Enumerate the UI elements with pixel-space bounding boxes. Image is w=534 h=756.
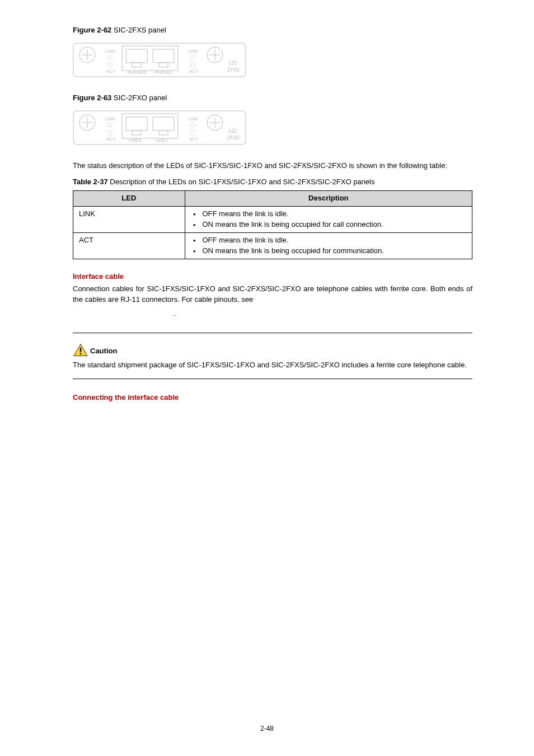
svg-text:LINK: LINK [188,49,198,54]
th-description: Description [185,191,472,207]
svg-rect-50 [80,353,81,354]
th-led: LED [73,191,185,207]
trailing-dot: . [174,309,472,319]
svg-rect-8 [122,46,178,71]
caution-block: Caution The standard shipment package of… [73,333,472,379]
svg-text:PHONE0: PHONE0 [128,70,146,75]
link-bullet-2: ON means the link is being occupied for … [193,220,466,230]
caution-top-rule [73,333,472,333]
svg-point-17 [190,63,195,67]
sic-2fxs-panel-svg: LINK ACT PHONE0 PHONE1 LINK ACT SIC 2FXS [73,43,246,77]
svg-point-30 [107,130,112,135]
svg-point-6 [107,63,112,67]
status-description-text: The status description of the LEDs of SI… [73,161,472,171]
svg-rect-11 [132,63,141,67]
svg-text:ACT: ACT [189,137,198,142]
svg-text:2FXS: 2FXS [227,67,240,73]
table-37-text: Description of the LEDs on SIC-1FXS/SIC-… [110,178,374,186]
caution-label: Caution [90,346,117,357]
led-description-table: LED Description LINK OFF means the link … [73,190,472,259]
figure-63-label: Figure 2-63 [73,94,111,102]
table-37-caption: Table 2-37 Description of the LEDs on SI… [73,177,472,188]
sic-2fxo-panel-svg: LINK ACT LINE0 LINE1 LINK ACT SIC 2FXO [73,110,246,145]
table-row: LINK OFF means the link is idle. ON mean… [73,207,472,233]
svg-text:PHONE1: PHONE1 [154,70,173,75]
warning-icon [73,343,88,357]
figure-63-caption: Figure 2-63 SIC-2FXO panel [73,93,472,104]
svg-text:LINK: LINK [105,116,115,122]
svg-text:LINK: LINK [105,49,115,54]
svg-rect-34 [153,117,174,130]
interface-cable-heading: Interface cable [73,272,472,282]
svg-rect-33 [126,117,147,130]
svg-rect-36 [159,130,168,135]
svg-text:ACT: ACT [189,69,198,74]
link-bullet-1: OFF means the link is idle. [193,209,466,220]
svg-text:LINE1: LINE1 [156,138,168,143]
svg-rect-49 [80,348,81,352]
figure-62-text: SIC-2FXS panel [114,26,166,34]
svg-text:SIC: SIC [228,128,237,134]
figure-62-label: Figure 2-62 [73,26,111,34]
svg-point-29 [107,123,112,127]
table-header-row: LED Description [73,191,472,207]
figure-62-panel: LINK ACT PHONE0 PHONE1 LINK ACT SIC 2FXS [73,43,472,77]
figure-63-text: SIC-2FXO panel [114,94,167,102]
page-number: 2-48 [0,724,534,734]
svg-rect-35 [132,130,141,135]
svg-text:2FXO: 2FXO [227,135,240,141]
svg-point-40 [190,123,195,127]
svg-text:LINE0: LINE0 [129,138,142,143]
table-row: ACT OFF means the link is idle. ON means… [73,232,472,259]
svg-text:SIC: SIC [228,60,237,66]
cell-act: ACT [73,232,185,259]
caution-bottom-rule [73,379,472,379]
cell-link: LINK [73,207,185,233]
svg-text:ACT: ACT [106,137,115,142]
svg-text:ACT: ACT [106,69,115,74]
svg-point-16 [190,55,195,59]
svg-rect-9 [126,49,147,63]
cell-link-desc: OFF means the link is idle. ON means the… [185,207,472,233]
figure-63-panel: LINK ACT LINE0 LINE1 LINK ACT SIC 2FXO [73,110,472,145]
cell-act-desc: OFF means the link is idle. ON means the… [185,232,472,259]
svg-point-5 [107,55,112,59]
svg-rect-12 [159,63,168,67]
connecting-cable-heading: Connecting the interface cable [73,393,472,403]
caution-header: Caution [73,343,472,357]
figure-62-caption: Figure 2-62 SIC-2FXS panel [73,25,472,36]
act-bullet-1: OFF means the link is idle. [193,235,466,246]
caution-text: The standard shipment package of SIC-1FX… [73,360,472,371]
svg-rect-32 [122,114,178,138]
svg-rect-10 [153,49,174,63]
svg-text:LINK: LINK [188,116,198,122]
table-37-label: Table 2-37 [73,178,108,186]
act-bullet-2: ON means the link is being occupied for … [193,246,466,256]
interface-cable-text: Connection cables for SIC-1FXS/SIC-1FXO … [73,284,472,305]
svg-point-41 [190,130,195,135]
